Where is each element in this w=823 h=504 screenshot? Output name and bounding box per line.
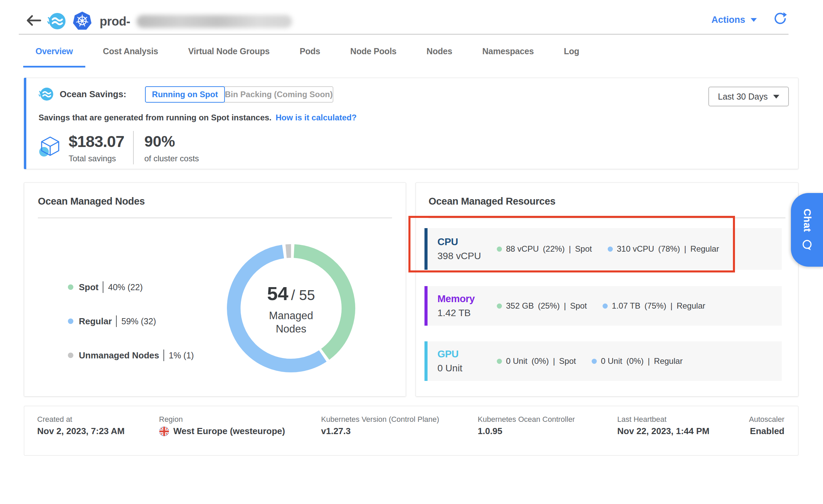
uk-flag-icon bbox=[159, 426, 169, 436]
cpu-accent-bar bbox=[424, 228, 428, 270]
spot-ocean-logo-icon bbox=[47, 12, 66, 31]
donut-center-text: 54 / 55 Managed Nodes bbox=[247, 282, 335, 336]
savings-description-row: Savings that are generated from running … bbox=[39, 113, 357, 122]
cluster-cost-percent-value: 90% bbox=[144, 133, 175, 150]
memory-total: 1.42 TB bbox=[437, 308, 475, 318]
managed-nodes-title: Ocean Managed Nodes bbox=[38, 196, 145, 207]
memory-regular-stat: 1.07 TB (75%) | Regular bbox=[603, 301, 705, 311]
nodes-legend: Spot 40% (22) Regular 59% (32) Unmanaged… bbox=[68, 280, 194, 362]
tab-node-pools[interactable]: Node Pools bbox=[335, 35, 412, 68]
back-arrow-button[interactable] bbox=[26, 14, 42, 27]
cluster-cost-percent-label: of cluster costs bbox=[144, 154, 199, 163]
region-value: West Europe (westeurope) bbox=[159, 426, 285, 436]
legend-separator bbox=[116, 315, 117, 327]
tab-overview[interactable]: Overview bbox=[20, 35, 88, 68]
total-savings-value: $183.07 bbox=[69, 132, 124, 151]
savings-cube-icon bbox=[39, 135, 61, 158]
ocean-managed-nodes-card: Ocean Managed Nodes Spot 40% (22) Regula… bbox=[24, 182, 406, 397]
memory-spot-stat: 352 GB (25%) | Spot bbox=[497, 301, 587, 311]
managed-total: / 55 bbox=[291, 287, 315, 303]
bin-packing-toggle[interactable]: Bin Packing (Coming Soon) bbox=[224, 86, 333, 103]
cluster-title-redacted bbox=[136, 15, 292, 28]
ocean-waves-icon bbox=[39, 87, 54, 102]
cpu-total: 398 vCPU bbox=[437, 251, 481, 262]
gpu-accent-bar bbox=[424, 341, 428, 381]
savings-card-accent-bar bbox=[24, 78, 26, 169]
actions-label: Actions bbox=[711, 15, 745, 25]
legend-item-unmanaged: Unmanaged Nodes 1% (1) bbox=[68, 349, 194, 362]
managed-resources-title: Ocean Managed Resources bbox=[429, 196, 555, 207]
resource-row-cpu: CPU 398 vCPU 88 vCPU (22%) | Spot 310 vC… bbox=[424, 228, 782, 270]
memory-accent-bar bbox=[424, 286, 428, 326]
created-at-value: Nov 2, 2023, 7:23 AM bbox=[37, 426, 125, 436]
savings-header-row: Ocean Savings: bbox=[39, 86, 126, 103]
tab-pods[interactable]: Pods bbox=[285, 35, 335, 68]
k8s-version-value: v1.27.3 bbox=[321, 426, 351, 436]
resource-row-memory: Memory 1.42 TB 352 GB (25%) | Spot 1.07 … bbox=[424, 286, 782, 326]
cpu-spot-stat: 88 vCPU (22%) | Spot bbox=[497, 244, 592, 254]
spot-stat-dot bbox=[497, 247, 502, 252]
how-calculated-link[interactable]: How is it calculated? bbox=[276, 113, 357, 122]
tab-bar: Overview Cost Analysis Virtual Node Grou… bbox=[20, 35, 594, 68]
card-divider bbox=[429, 218, 785, 218]
period-dropdown-value: Last 30 Days bbox=[718, 92, 768, 102]
refresh-button[interactable] bbox=[773, 12, 787, 25]
spot-stat-dot bbox=[497, 359, 502, 364]
ocean-cluster-overview-page: prod- Actions Overview Cost Analysis Vir… bbox=[0, 0, 823, 504]
ocean-managed-resources-card: Ocean Managed Resources CPU 398 vCPU 88 … bbox=[416, 182, 798, 397]
autoscaler-status-value: Enabled bbox=[750, 426, 784, 436]
chevron-down-icon bbox=[773, 95, 779, 99]
legend-item-spot: Spot 40% (22) bbox=[68, 280, 194, 294]
savings-toggle-group: Running on Spot Bin Packing (Coming Soon… bbox=[145, 86, 333, 103]
legend-item-regular: Regular 59% (32) bbox=[68, 314, 194, 328]
tab-nodes[interactable]: Nodes bbox=[411, 35, 467, 68]
chevron-down-icon bbox=[751, 18, 757, 22]
chat-label: Chat bbox=[802, 209, 813, 232]
savings-vertical-divider bbox=[133, 131, 134, 164]
legend-separator bbox=[163, 350, 164, 361]
chat-button[interactable]: Chat bbox=[791, 193, 823, 267]
back-arrow-icon bbox=[26, 14, 42, 27]
regular-legend-dot bbox=[68, 318, 73, 324]
refresh-icon bbox=[773, 12, 787, 25]
controller-value: 1.0.95 bbox=[478, 426, 502, 436]
card-divider bbox=[38, 218, 392, 218]
regular-stat-dot bbox=[603, 303, 608, 309]
tab-virtual-node-groups[interactable]: Virtual Node Groups bbox=[173, 35, 285, 68]
gpu-spot-stat: 0 Unit (0%) | Spot bbox=[497, 356, 576, 366]
chat-bubble-icon bbox=[801, 239, 813, 251]
donut-segment-unmanaged-nodes bbox=[286, 251, 291, 251]
gpu-name: GPU bbox=[437, 349, 462, 360]
regular-stat-dot bbox=[592, 359, 597, 364]
running-on-spot-toggle[interactable]: Running on Spot bbox=[145, 86, 225, 103]
period-dropdown[interactable]: Last 30 Days bbox=[708, 87, 789, 106]
total-savings-label: Total savings bbox=[69, 154, 116, 163]
cluster-metadata-bar: Created at Nov 2, 2023, 7:23 AM Region W… bbox=[24, 406, 798, 456]
resource-row-gpu: GPU 0 Unit 0 Unit (0%) | Spot 0 Unit (0%… bbox=[424, 341, 782, 381]
regular-stat-dot bbox=[608, 247, 613, 252]
savings-section-label: Ocean Savings: bbox=[60, 89, 126, 100]
savings-description: Savings that are generated from running … bbox=[39, 113, 272, 122]
tab-log[interactable]: Log bbox=[549, 35, 594, 68]
legend-separator bbox=[103, 281, 103, 293]
spot-legend-dot bbox=[68, 284, 73, 290]
spot-stat-dot bbox=[497, 303, 502, 309]
unmanaged-legend-dot bbox=[68, 353, 73, 358]
tab-cost-analysis[interactable]: Cost Analysis bbox=[88, 35, 173, 68]
memory-name: Memory bbox=[437, 293, 475, 305]
kubernetes-logo-icon bbox=[72, 11, 92, 31]
managed-count: 54 bbox=[267, 282, 288, 305]
actions-dropdown-button[interactable]: Actions bbox=[711, 12, 757, 27]
header: prod- Actions bbox=[0, 0, 823, 34]
gpu-regular-stat: 0 Unit (0%) | Regular bbox=[592, 356, 683, 366]
donut-center-label: Managed Nodes bbox=[260, 309, 322, 336]
cpu-name: CPU bbox=[437, 236, 481, 248]
gpu-total: 0 Unit bbox=[437, 363, 462, 374]
heartbeat-value: Nov 22, 2023, 1:44 PM bbox=[617, 426, 709, 436]
cluster-title: prod- bbox=[100, 14, 130, 29]
ocean-savings-card: Ocean Savings: Running on Spot Bin Packi… bbox=[24, 78, 798, 169]
tab-namespaces[interactable]: Namespaces bbox=[467, 35, 549, 68]
cpu-regular-stat: 310 vCPU (78%) | Regular bbox=[608, 244, 719, 254]
